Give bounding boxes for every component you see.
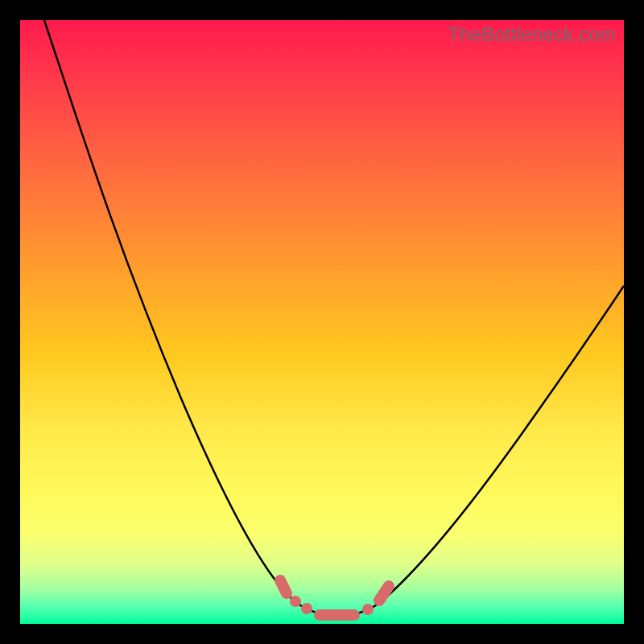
chart-plot-area: TheBottleneck.com <box>20 20 624 624</box>
marker-dot-3 <box>362 604 374 615</box>
curve-right <box>338 286 624 616</box>
marker-dot-2 <box>301 603 312 614</box>
marker-dot-1 <box>290 596 301 607</box>
marker-right-bar <box>379 586 389 601</box>
marker-left-bar <box>280 580 287 593</box>
curve-left <box>44 20 338 616</box>
bottleneck-curve <box>20 20 624 624</box>
